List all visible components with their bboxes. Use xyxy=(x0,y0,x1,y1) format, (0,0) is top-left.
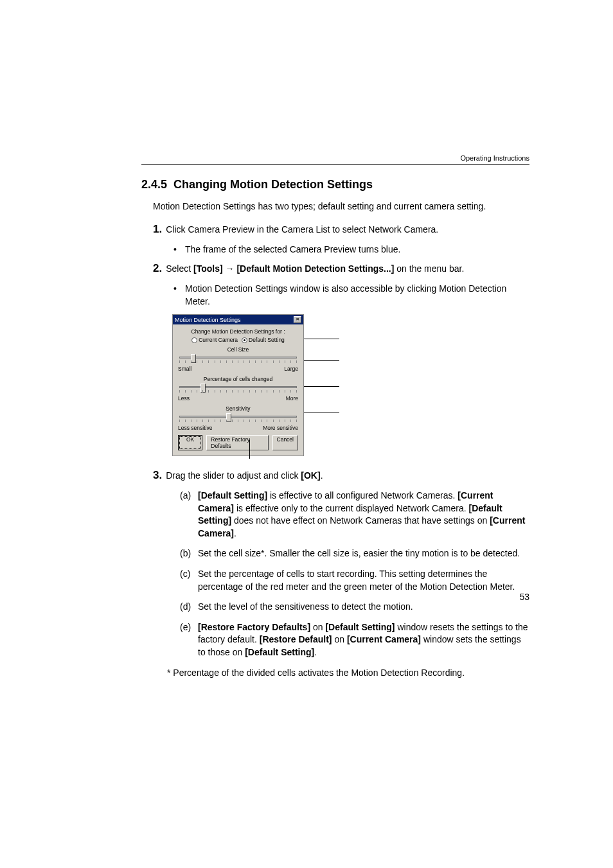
pct-more: More xyxy=(286,395,298,402)
close-icon[interactable]: × xyxy=(294,316,301,323)
dialog-titlebar: Motion Detection Settings × xyxy=(173,315,303,324)
marker-d: (d) xyxy=(180,601,198,614)
percentage-section: Percentage of cells changed LessMore xyxy=(178,376,298,402)
motion-detection-dialog: Motion Detection Settings × Change Motio… xyxy=(172,314,304,456)
footnote: * Percentage of the divided cells activa… xyxy=(167,667,529,680)
step-3: 3.Drag the slider to adjust and click [O… xyxy=(153,468,529,483)
radio-default-setting[interactable]: Default Setting xyxy=(242,337,285,343)
a-t2: is effective only to the current display… xyxy=(234,503,468,513)
marker-a: (a) xyxy=(180,490,198,540)
cell-size-small: Small xyxy=(178,366,191,372)
item-e: (e) [Restore Factory Defaults] on [Defau… xyxy=(180,621,529,659)
dialog-title: Motion Detection Settings xyxy=(175,317,241,323)
radio-default-label: Default Setting xyxy=(249,337,285,343)
step-1-bullet: The frame of the selected Camera Preview… xyxy=(173,244,529,256)
step-3-number: 3. xyxy=(153,469,162,481)
item-b: (b) Set the cell size*. Smaller the cell… xyxy=(180,547,529,560)
e-s4: [Current Camera] xyxy=(347,634,421,644)
marker-b: (b) xyxy=(180,547,198,560)
step-1-text: Click Camera Preview in the Camera List … xyxy=(166,224,438,235)
item-a: (a) [Default Setting] is effective to al… xyxy=(180,490,529,540)
e-t3: on xyxy=(332,634,347,644)
radio-icon xyxy=(242,337,247,343)
intro-paragraph: Motion Detection Settings has two types;… xyxy=(153,200,529,213)
dialog-figure-row: Motion Detection Settings × Change Motio… xyxy=(172,314,529,456)
a-t4: . xyxy=(234,528,236,538)
step-2-tools: [Tools] xyxy=(193,263,223,274)
e-t5: . xyxy=(314,647,317,657)
ok-button[interactable]: OK xyxy=(178,435,202,450)
text-b: Set the cell size*. Smaller the cell siz… xyxy=(198,547,529,560)
marker-c: (c) xyxy=(180,568,198,593)
cancel-button[interactable]: Cancel xyxy=(272,435,298,450)
a-t1: is effective to all configured Network C… xyxy=(267,490,458,500)
marker-e: (e) xyxy=(180,621,198,659)
step-2-bullet: Motion Detection Settings window is also… xyxy=(173,283,529,308)
change-label: Change Motion Detection Settings for : xyxy=(178,328,298,335)
sensitivity-slider[interactable] xyxy=(179,413,297,423)
sens-less: Less sensitive xyxy=(178,425,212,431)
cell-size-section: Cell Size SmallLarge xyxy=(178,346,298,372)
alpha-list: (a) [Default Setting] is effective to al… xyxy=(180,490,529,659)
e-s3: [Restore Default] xyxy=(260,634,332,644)
section-title-text: Changing Motion Detection Settings xyxy=(173,178,373,191)
cell-size-large: Large xyxy=(284,366,298,372)
a-t3: does not have effect on Network Cameras … xyxy=(231,515,490,526)
item-d: (d) Set the level of the sensitiveness t… xyxy=(180,601,529,614)
header-rule xyxy=(141,164,529,165)
text-e: [Restore Factory Defaults] on [Default S… xyxy=(198,621,529,659)
cell-size-title: Cell Size xyxy=(178,346,298,353)
callout-lines xyxy=(304,314,529,456)
step-2: 2.Select [Tools] → [Default Motion Detec… xyxy=(153,261,529,276)
step-2-menu: [Default Motion Detection Settings...] xyxy=(236,263,394,274)
percentage-slider[interactable] xyxy=(179,384,297,394)
cell-size-slider[interactable] xyxy=(179,354,297,364)
dialog-body: Change Motion Detection Settings for : C… xyxy=(173,324,303,456)
section-heading: 2.4.5Changing Motion Detection Settings xyxy=(141,178,529,191)
e-s2: [Default Setting] xyxy=(325,622,395,632)
e-s1: [Restore Factory Defaults] xyxy=(198,622,310,632)
e-t1: on xyxy=(310,622,325,632)
running-header: Operating Instructions xyxy=(141,154,529,162)
radio-icon xyxy=(191,337,197,343)
step-2-number: 2. xyxy=(153,262,162,274)
step-3-after: . xyxy=(321,470,323,481)
step-2-after: on the menu bar. xyxy=(394,263,464,274)
a-s1: [Default Setting] xyxy=(198,490,267,500)
step-3-ok: [OK] xyxy=(301,470,320,481)
section-number: 2.4.5 xyxy=(141,178,167,191)
sensitivity-title: Sensitivity xyxy=(178,405,298,412)
text-c: Set the percentage of cells to start rec… xyxy=(198,568,529,593)
item-c: (c) Set the percentage of cells to start… xyxy=(180,568,529,593)
step-1: 1.Click Camera Preview in the Camera Lis… xyxy=(153,222,529,237)
sens-more: More sensitive xyxy=(263,425,298,431)
dialog-button-row: OK Restore Factory Defaults Cancel xyxy=(178,435,298,450)
sensitivity-section: Sensitivity Less sensitiveMore sensitive xyxy=(178,405,298,431)
step-2-select: Select xyxy=(166,263,193,274)
restore-defaults-button[interactable]: Restore Factory Defaults xyxy=(206,435,268,450)
page-number: 53 xyxy=(519,592,529,602)
pct-less: Less xyxy=(178,395,190,402)
radio-current-camera[interactable]: Current Camera xyxy=(191,337,238,343)
radio-group: Current Camera Default Setting xyxy=(178,337,298,343)
percentage-title: Percentage of cells changed xyxy=(178,376,298,382)
arrow-icon: → xyxy=(223,263,237,274)
text-d: Set the level of the sensitiveness to de… xyxy=(198,601,529,614)
text-a: [Default Setting] is effective to all co… xyxy=(198,490,529,540)
radio-current-label: Current Camera xyxy=(199,337,238,343)
e-s5: [Default Setting] xyxy=(245,647,314,657)
step-3-before: Drag the slider to adjust and click xyxy=(166,470,301,481)
step-1-number: 1. xyxy=(153,223,162,235)
